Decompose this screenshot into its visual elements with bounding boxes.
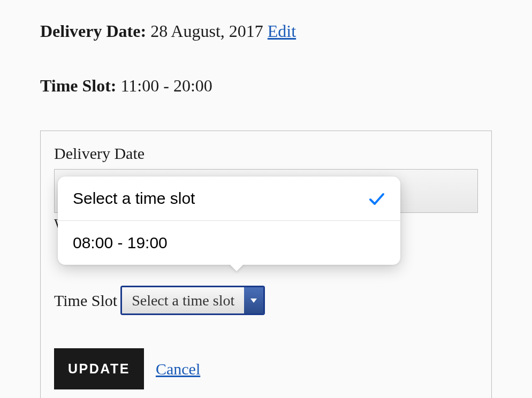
dropdown-option-timeslot[interactable]: 08:00 - 19:00: [58, 221, 400, 265]
delivery-date-field-label: Delivery Date: [54, 144, 478, 163]
dropdown-option-placeholder[interactable]: Select a time slot: [58, 177, 400, 221]
time-slot-summary: Time Slot: 11:00 - 20:00: [40, 76, 492, 96]
form-actions: UPDATE Cancel: [54, 348, 478, 389]
time-slot-field-label: Time Slot: [54, 292, 117, 310]
time-slot-select-value: Select a time slot: [122, 287, 244, 313]
time-slot-row: Time Slot Select a time slot: [54, 286, 478, 315]
edit-link[interactable]: Edit: [268, 21, 296, 41]
svg-marker-0: [250, 298, 257, 303]
delivery-date-summary: Delivery Date: 28 August, 2017 Edit: [40, 21, 492, 41]
check-icon: [368, 192, 385, 205]
cancel-link[interactable]: Cancel: [156, 360, 200, 378]
delivery-date-label: Delivery Date:: [40, 21, 146, 41]
update-button[interactable]: UPDATE: [54, 348, 144, 389]
time-slot-value: 11:00 - 20:00: [121, 76, 212, 95]
time-slot-label: Time Slot:: [40, 76, 117, 95]
delivery-date-value: 28 August, 2017: [150, 21, 263, 41]
dropdown-option-label: 08:00 - 19:00: [73, 234, 168, 252]
time-slot-dropdown-popover: Select a time slot 08:00 - 19:00: [58, 177, 400, 265]
dropdown-option-label: Select a time slot: [73, 189, 195, 208]
time-slot-select[interactable]: Select a time slot: [120, 286, 265, 315]
chevron-down-icon: [244, 287, 263, 313]
